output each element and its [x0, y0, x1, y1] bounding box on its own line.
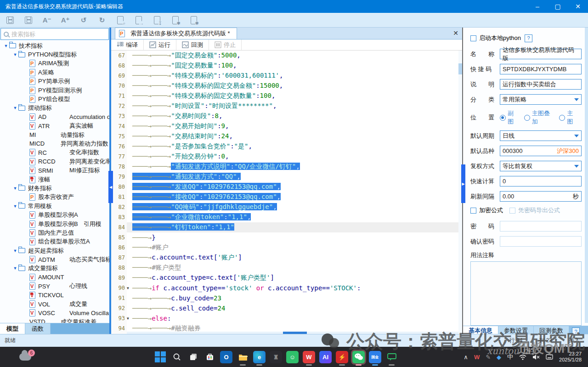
- code-line[interactable]: 80────→────→"发送QQ":"1029762153@qq.com",: [111, 182, 462, 192]
- tree-item[interactable]: VAMOUNT: [0, 273, 109, 282]
- tree-folder[interactable]: ▼摆动指标: [0, 104, 109, 113]
- taskbar-icon-taskview[interactable]: [187, 351, 199, 363]
- code-line[interactable]: 69────→────→"特殊交易标的":'600031,600111',: [111, 71, 462, 81]
- tree-item[interactable]: VPSY心理线: [0, 282, 109, 291]
- tree-item[interactable]: V单股模型示例A: [0, 210, 109, 219]
- expand-arrow-icon[interactable]: ▼: [12, 106, 18, 110]
- password-field[interactable]: [500, 221, 582, 231]
- python-help-button[interactable]: ?: [525, 34, 532, 42]
- taskbar-icon-start[interactable]: [154, 351, 166, 363]
- taskbar-icon-qmt[interactable]: 国金: [369, 351, 381, 363]
- tree-item[interactable]: V组合模型单股示范A: [0, 237, 109, 246]
- code-line[interactable]: 88────→#账户类型: [111, 263, 462, 273]
- adjust-select[interactable]: 等比前复权: [500, 161, 582, 171]
- code-line[interactable]: 82────→────→"QQ掩码":"jjfgdhklgguebdje",: [111, 202, 462, 212]
- search-input[interactable]: [11, 31, 106, 38]
- code-line[interactable]: 83────→────→"企业微信token":"1,1",: [111, 212, 462, 222]
- code-line[interactable]: 79────→────→"通知发送方式":"QQ",: [111, 172, 462, 182]
- tree-folder[interactable]: ▼常用模板: [0, 202, 109, 210]
- export-password-checkbox[interactable]: [509, 208, 515, 214]
- expand-arrow-icon[interactable]: ▼: [12, 186, 18, 191]
- period-select[interactable]: 日线: [500, 130, 582, 141]
- expand-arrow-icon[interactable]: ▼: [12, 248, 18, 253]
- save-icon[interactable]: [5, 15, 16, 26]
- tree-item[interactable]: P股本营收资产: [0, 193, 109, 202]
- search-doc-icon[interactable]: ⌕: [115, 15, 126, 26]
- tree-item[interactable]: PA策略: [0, 68, 109, 77]
- close-button[interactable]: ✕: [568, 0, 588, 13]
- taskbar-icon-quark[interactable]: AI: [319, 351, 332, 363]
- taskbar-icon-wps[interactable]: W: [303, 351, 315, 363]
- security-shield-icon[interactable]: ◆: [497, 354, 501, 361]
- tray-app1-icon[interactable]: W: [474, 354, 480, 361]
- position-radio-主图叠加[interactable]: [524, 115, 530, 121]
- taskbar-icon-outlook[interactable]: O: [220, 351, 232, 363]
- symbol-field[interactable]: 000300沪深300: [500, 146, 582, 156]
- 编译-button[interactable]: 编译: [111, 40, 144, 50]
- position-radio-副图[interactable]: [500, 115, 506, 121]
- code-line[interactable]: 86────→#账户: [111, 243, 462, 253]
- tree-item[interactable]: VATR真实波幅: [0, 122, 109, 130]
- code-line[interactable]: 73────→────→"交易时间段":8,: [111, 111, 462, 121]
- tree-folder[interactable]: ▼技术指标: [0, 41, 109, 50]
- fold-arrow-icon[interactable]: ▼: [127, 316, 132, 321]
- code-line[interactable]: 89────→c.account_type=c.text['账户类型']: [111, 273, 462, 283]
- tray-app2-icon[interactable]: ✎: [486, 354, 491, 361]
- tree-item[interactable]: V单股模型示例B引用模: [0, 220, 109, 228]
- import-doc-icon[interactable]: ↧: [152, 15, 163, 26]
- fold-arrow-icon[interactable]: ▼: [127, 286, 132, 290]
- taskbar-icon-store[interactable]: [204, 351, 216, 363]
- tree-item[interactable]: VADAccumulation or: [0, 113, 109, 121]
- code-line[interactable]: 93▼────→else:: [111, 313, 462, 323]
- code-line[interactable]: 67────→────→"固定交易金额":5000,: [111, 51, 462, 61]
- font-decrease-icon[interactable]: A⁻: [41, 15, 52, 26]
- tree-item[interactable]: VADTM动态买卖气指标: [0, 255, 109, 264]
- name-field[interactable]: 达信多板块交易系统源代码版: [500, 49, 582, 59]
- tree-folder[interactable]: ▼超买超卖指标: [0, 246, 109, 255]
- tree-folder[interactable]: ▼PYTHON模型指标: [0, 50, 109, 59]
- tree-item[interactable]: V涨幅: [0, 175, 109, 184]
- code-line[interactable]: 87────→c.account=c.text['账户']: [111, 253, 462, 263]
- taskbar-icon-edge[interactable]: e: [253, 351, 266, 363]
- category-select[interactable]: 常用策略: [500, 94, 582, 105]
- tree-item[interactable]: VVOSCVolume Oscilla: [0, 309, 109, 317]
- sidebar-tab-函数[interactable]: 函数: [25, 323, 51, 334]
- local-python-checkbox[interactable]: [470, 35, 476, 41]
- maximize-button[interactable]: ▢: [548, 0, 568, 13]
- position-radio-主图[interactable]: [559, 115, 565, 121]
- confirm-password-field[interactable]: [500, 236, 582, 247]
- taskbar-clock[interactable]: 23:272025/1/28: [559, 351, 582, 363]
- undo-icon[interactable]: ↺: [78, 15, 89, 26]
- tree-item[interactable]: VTICKVOL: [0, 291, 109, 299]
- panel-scrollbar[interactable]: [585, 28, 588, 323]
- expand-arrow-icon[interactable]: ▼: [12, 204, 18, 209]
- weather-icon[interactable]: 6: [19, 353, 31, 361]
- taskbar-icon-bag[interactable]: ☺: [286, 351, 299, 363]
- save-as-icon[interactable]: [23, 15, 34, 26]
- encrypt-checkbox[interactable]: [470, 208, 476, 214]
- code-line[interactable]: 72────→────→"时间设置":"时间设置********",: [111, 101, 462, 111]
- vertical-scroll-thumb[interactable]: [458, 63, 462, 74]
- taskbar-icon-game[interactable]: ♜: [270, 351, 282, 363]
- code-line[interactable]: 90▼────→if c.account_type=='stock' or c.…: [111, 283, 462, 293]
- code-line[interactable]: 92────→────→c.sell_code=24: [111, 303, 462, 313]
- tree-item[interactable]: VRCCD异同离差变化率: [0, 157, 109, 166]
- wifi-icon[interactable]: [519, 354, 526, 360]
- sidebar-splitter-handle[interactable]: ◀: [108, 171, 113, 203]
- code-line[interactable]: 91────→────→c.buy_code=23: [111, 293, 462, 303]
- tree-item[interactable]: VRC变化率指数: [0, 148, 109, 157]
- expand-arrow-icon[interactable]: ▼: [12, 52, 18, 57]
- 运行-button[interactable]: 运行: [144, 40, 176, 50]
- tree-folder[interactable]: ▼成交量指标: [0, 264, 109, 273]
- volume-muted-icon[interactable]: [532, 354, 540, 360]
- code-line[interactable]: 78────→────→"通知发送方式说明":"QQ/企业微信/钉钉",: [111, 162, 462, 172]
- tree-item[interactable]: VSTD成交量标准差: [0, 317, 109, 323]
- sidebar-tab-模型[interactable]: 模型: [0, 323, 25, 334]
- taskbar-icon-search[interactable]: [170, 351, 183, 363]
- code-line[interactable]: 68────→────→"固定交易数量":100,: [111, 61, 462, 71]
- fastcalc-field[interactable]: 0: [500, 176, 582, 186]
- taskbar-icon-wechat[interactable]: [352, 351, 365, 363]
- tree-item[interactable]: VVOL成交量: [0, 299, 109, 308]
- code-line[interactable]: 81────→────→"接收QQ":"1029762153@qq.com",: [111, 192, 462, 202]
- tree-item[interactable]: VSRMIMI修正指标: [0, 166, 109, 175]
